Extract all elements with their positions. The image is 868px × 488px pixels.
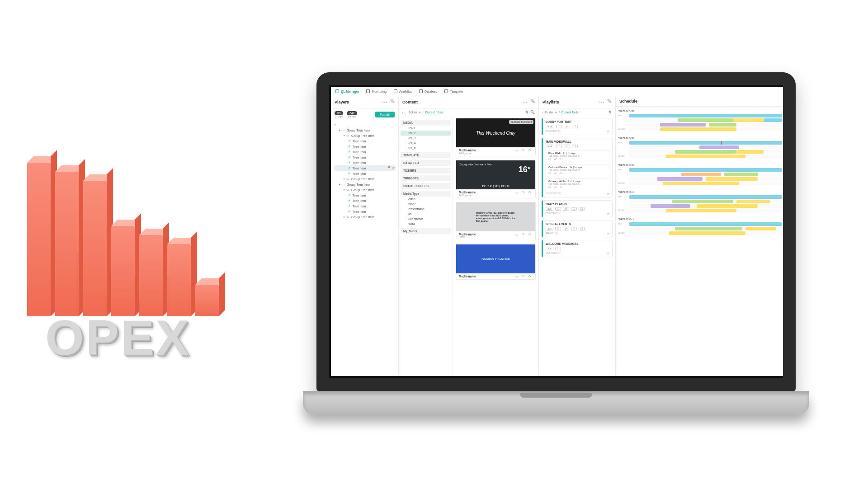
schedule-segment[interactable] [675, 227, 742, 230]
playlists-more-icon[interactable] [599, 99, 604, 105]
playlist-card[interactable]: WELCOME MESSAGES30s☐CONTENT⟳ [542, 240, 613, 257]
player-item[interactable]: ✔Tree item [334, 155, 396, 160]
schedule-lane[interactable]: 11:6am [629, 209, 782, 212]
refresh-icon[interactable]: ⟳ [607, 130, 609, 133]
playlists-sort-icon[interactable] [609, 110, 612, 114]
pl-crumb-current[interactable]: Current folder [561, 111, 580, 114]
crumb-folder[interactable]: Folder [409, 111, 417, 114]
schedule-lane[interactable] [629, 123, 782, 127]
content-leaf[interactable]: Video [401, 197, 451, 202]
content-sort-icon[interactable] [525, 110, 528, 114]
schedule-lane[interactable]: 4am [629, 114, 782, 117]
card-actions[interactable]: ▭ ✎ ⟳ [515, 191, 533, 194]
schedule-lane[interactable] [629, 150, 782, 154]
player-group[interactable]: ▸ ▭Group Tree Item [334, 182, 396, 187]
playlists-breadcrumb[interactable]: / Folder ▾ / Current folder [539, 108, 615, 116]
schedule-segment[interactable] [629, 195, 782, 199]
schedule-segment[interactable] [657, 177, 703, 181]
schedule-lane[interactable]: 4am [629, 195, 782, 199]
content-category[interactable]: MEDIA [401, 120, 451, 126]
schedule-segment[interactable] [681, 173, 721, 176]
player-item[interactable]: ✔Tree item [334, 203, 396, 209]
content-leaf[interactable]: List_2 [401, 131, 451, 136]
content-category[interactable]: TEMPLATE [401, 152, 451, 158]
playlist-card[interactable]: MAIN VIDEOWALL9:16☐☍☐Blue Wall 1x | Imag… [542, 138, 613, 197]
schedule-segment[interactable] [666, 209, 736, 212]
schedule-segment[interactable] [651, 204, 690, 208]
content-leaf[interactable]: Image [401, 202, 451, 206]
schedule-lane[interactable] [629, 118, 782, 122]
schedule-segment[interactable] [666, 155, 745, 158]
player-group[interactable]: ▸ ▭Group Tree Item [334, 187, 396, 192]
schedule-segment[interactable] [697, 204, 758, 208]
content-card[interactable]: CLASSIC BURGERSThis Weekend Only▭ ✎ ⟳Med… [456, 118, 536, 156]
schedule-segment[interactable] [764, 118, 782, 122]
schedule-lane[interactable] [629, 227, 782, 230]
content-leaf[interactable]: List_4 [401, 141, 451, 145]
player-item[interactable]: ✔Tree item [334, 192, 396, 198]
content-leaf[interactable]: HDMI [401, 221, 451, 226]
crumb-current[interactable]: Current folder [425, 111, 443, 114]
content-card[interactable]: Cloudy with Chance of Rain16°15° | 14° |… [456, 160, 536, 198]
schedule-segment[interactable] [733, 118, 764, 122]
schedule-lane[interactable]: 11:6am [629, 155, 782, 158]
schedule-lane[interactable] [629, 145, 782, 149]
schedule-lane[interactable]: 4am [629, 141, 782, 145]
playlist-subitem[interactable]: Groovy Walls 1x | ImageTag-name, another… [546, 178, 609, 190]
schedule-segment[interactable] [629, 168, 782, 172]
content-leaf[interactable]: Url [401, 211, 451, 216]
schedule-segment[interactable] [706, 177, 758, 181]
schedule-segment[interactable] [672, 200, 733, 203]
content-category[interactable]: My_folder [401, 228, 451, 234]
refresh-icon[interactable]: ⟳ [607, 232, 609, 235]
player-item[interactable]: ✔Tree item [334, 171, 396, 176]
playlist-card[interactable]: LOBBY PORTRAIT9:16☐☍☐CONTENT⟳ [542, 118, 613, 135]
playlist-card[interactable]: DAILY PLAYLIST30s☐☍☐☐CONTENT⟳ [542, 200, 613, 217]
card-actions[interactable]: ▭ ✎ ⟳ [515, 149, 533, 152]
schedule-segment[interactable] [709, 123, 736, 127]
content-card[interactable]: Sabrina Davidson▭ ✎ ⟳Media-name [456, 244, 536, 280]
schedule-lane[interactable] [629, 204, 782, 208]
schedule-timeline[interactable]: WEN 30 Oct4am11:6amWEN 30 Oct4am11:6amWE… [616, 107, 783, 376]
schedule-segment[interactable] [724, 173, 758, 176]
players-search-icon[interactable] [390, 99, 395, 105]
player-group[interactable]: ▸ ▭Group Tree Item [334, 214, 396, 220]
player-item[interactable]: ✔Tree item [334, 198, 396, 203]
schedule-lane[interactable]: 4am [629, 222, 782, 226]
refresh-icon[interactable]: ⟳ [607, 252, 609, 255]
nav-monitoring[interactable]: Monitoring [366, 89, 387, 93]
content-search2-icon[interactable] [530, 110, 535, 114]
schedule-lane[interactable]: 4am [629, 168, 782, 172]
content-card[interactable]: Warriors' Chris Paul came off bench for … [456, 202, 536, 240]
refresh-icon[interactable]: ⟳ [607, 212, 609, 215]
publish-button[interactable]: Publish [375, 112, 395, 117]
schedule-segment[interactable] [736, 200, 770, 203]
content-leaf[interactable]: List_3 [401, 136, 451, 141]
player-item[interactable]: ✔Tree item [334, 144, 396, 149]
content-leaf[interactable]: List-1 [401, 126, 451, 131]
player-item[interactable]: ✔Tree item [334, 149, 396, 155]
content-category[interactable]: TICKERS [401, 168, 451, 174]
schedule-lane[interactable] [629, 173, 782, 176]
nav-analytics[interactable]: Analytics [394, 89, 412, 93]
schedule-segment[interactable] [745, 227, 776, 230]
player-group[interactable]: ▸ ▭Group Tree Item [334, 176, 396, 182]
card-actions[interactable]: ▭ ✎ ⟳ [515, 233, 533, 236]
content-leaf[interactable]: List_5 [401, 145, 451, 150]
nav-ql-manager[interactable]: QL Manager [335, 89, 359, 93]
schedule-segment[interactable] [660, 123, 706, 127]
player-group[interactable]: ▸ ▭Group Tree Item [334, 127, 396, 133]
schedule-segment[interactable] [699, 145, 739, 149]
content-breadcrumb[interactable]: / … Folder ▾ / Current folder [399, 108, 538, 116]
content-category[interactable]: DATAFEED [401, 160, 451, 166]
schedule-lane[interactable]: 11:6am [629, 182, 782, 185]
playlists-search-icon[interactable] [607, 99, 612, 105]
card-actions[interactable]: ▭ ✎ ⟳ [515, 275, 533, 278]
schedule-segment[interactable] [736, 150, 764, 154]
schedule-segment[interactable] [678, 118, 733, 122]
nav-datafeed[interactable]: Datafeed [419, 89, 437, 93]
players-more-icon[interactable] [382, 99, 387, 105]
playlist-subitem[interactable]: Colored Doors 1x | ImageTag-name, anothe… [546, 164, 609, 176]
schedule-lane[interactable]: 11:6am [629, 127, 782, 131]
content-category[interactable]: Media Type [401, 191, 451, 197]
